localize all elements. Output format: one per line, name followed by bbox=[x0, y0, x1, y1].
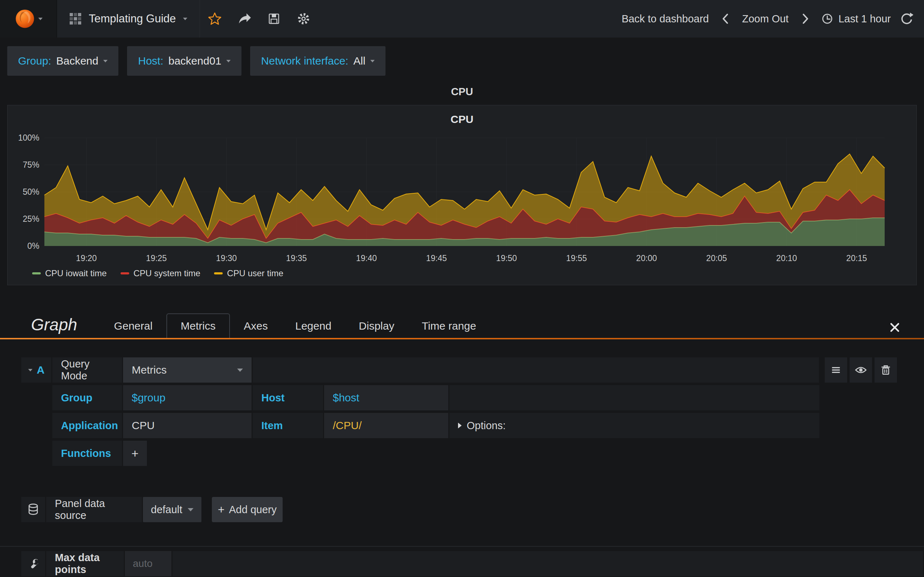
legend-item[interactable]: CPU system time bbox=[121, 268, 200, 279]
tab-metrics[interactable]: Metrics bbox=[166, 313, 230, 338]
shift-time-forward-button[interactable] bbox=[797, 8, 813, 29]
cpu-stacked-area-chart[interactable]: 0%25%50%75%100%19:2019:2519:3019:3519:40… bbox=[8, 127, 916, 268]
field-group-label: Group bbox=[52, 385, 122, 410]
star-icon bbox=[208, 11, 222, 26]
editor-close-button[interactable] bbox=[889, 322, 924, 338]
template-var-network-interface[interactable]: Network interface: All bbox=[250, 46, 386, 76]
navbar: Templating Guide Back to dashboard Zoom … bbox=[0, 0, 924, 37]
legend-label: CPU system time bbox=[134, 268, 200, 279]
time-range-picker-button[interactable]: Last 1 hour bbox=[817, 12, 894, 26]
template-var-group[interactable]: Group: Backend bbox=[7, 46, 118, 76]
functions-label: Functions bbox=[52, 441, 122, 466]
add-query-button[interactable]: + Add query bbox=[212, 497, 283, 522]
gear-icon bbox=[296, 11, 311, 26]
star-button[interactable] bbox=[200, 0, 229, 37]
chevron-left-icon bbox=[720, 13, 731, 25]
panel-data-source-label: Panel data source bbox=[46, 497, 142, 522]
query-toggle-visibility-button[interactable] bbox=[850, 357, 872, 383]
query-row-filler bbox=[449, 385, 819, 410]
y-tick-label: 75% bbox=[23, 160, 39, 169]
panel-editor-header: Graph General Metrics Axes Legend Displa… bbox=[0, 309, 924, 338]
add-query-label: Add query bbox=[229, 504, 276, 516]
template-var-label: Network interface: bbox=[261, 55, 348, 67]
save-button[interactable] bbox=[259, 0, 289, 37]
panel-title[interactable]: CPU bbox=[0, 86, 924, 98]
query-row-application-item: Application CPU Item /CPU/ Options: bbox=[52, 413, 819, 438]
field-application-label: Application bbox=[52, 413, 122, 438]
tab-legend[interactable]: Legend bbox=[281, 314, 345, 338]
query-mode-select[interactable]: Metrics bbox=[123, 357, 252, 383]
metrics-tab-content: A Query Mode Metrics bbox=[0, 339, 924, 576]
time-range-label: Last 1 hour bbox=[838, 13, 891, 25]
chevron-down-icon bbox=[183, 18, 187, 20]
x-tick-label: 19:20 bbox=[76, 253, 97, 263]
save-icon bbox=[267, 11, 281, 26]
field-item-label: Item bbox=[253, 413, 323, 438]
dashboard-title-menu[interactable]: Templating Guide bbox=[57, 0, 200, 37]
datasource-select[interactable]: default bbox=[143, 497, 201, 522]
database-icon bbox=[26, 503, 40, 516]
share-button[interactable] bbox=[229, 0, 259, 37]
y-tick-label: 100% bbox=[18, 133, 39, 142]
x-tick-label: 19:30 bbox=[216, 253, 237, 263]
y-tick-label: 25% bbox=[23, 214, 39, 224]
refresh-button[interactable] bbox=[898, 8, 914, 29]
query-menu-button[interactable] bbox=[825, 357, 847, 383]
legend-label: CPU iowait time bbox=[45, 268, 107, 279]
field-host-value[interactable]: $host bbox=[324, 385, 448, 410]
legend-item[interactable]: CPU user time bbox=[214, 268, 283, 279]
template-var-value: backend01 bbox=[168, 55, 221, 67]
dashboard-title: Templating Guide bbox=[89, 12, 176, 25]
back-to-dashboard-button[interactable]: Back to dashboard bbox=[617, 13, 714, 25]
tab-display[interactable]: Display bbox=[345, 314, 408, 338]
query-row-main: A Query Mode Metrics bbox=[21, 357, 897, 383]
datasource-icon-box bbox=[21, 497, 45, 522]
template-var-value: All bbox=[353, 55, 365, 67]
tab-general[interactable]: General bbox=[100, 314, 166, 338]
section-divider bbox=[0, 546, 924, 547]
chevron-down-icon bbox=[188, 508, 194, 511]
template-var-host[interactable]: Host: backend01 bbox=[127, 46, 241, 76]
max-data-points-input[interactable] bbox=[125, 551, 171, 576]
tab-axes[interactable]: Axes bbox=[230, 314, 281, 338]
template-var-label: Group: bbox=[18, 55, 51, 67]
template-var-label: Host: bbox=[138, 55, 163, 67]
query-row-group-host: Group $group Host $host bbox=[52, 385, 819, 410]
legend-label: CPU user time bbox=[227, 268, 283, 279]
query-row-filler bbox=[253, 357, 819, 383]
clock-icon bbox=[821, 12, 834, 26]
add-function-button[interactable]: + bbox=[123, 441, 147, 466]
chart-title: CPU bbox=[8, 113, 916, 126]
shift-time-back-button[interactable] bbox=[717, 8, 733, 29]
wrench-icon bbox=[27, 557, 40, 570]
field-application-value[interactable]: CPU bbox=[123, 413, 252, 438]
query-delete-button[interactable] bbox=[874, 357, 897, 383]
field-group-value[interactable]: $group bbox=[123, 385, 252, 410]
query-mode-value: Metrics bbox=[132, 364, 167, 376]
query-row-filler bbox=[173, 551, 923, 576]
x-tick-label: 19:55 bbox=[566, 253, 587, 263]
grafana-logo-icon bbox=[15, 8, 36, 29]
zoom-out-button[interactable]: Zoom Out bbox=[737, 13, 794, 25]
editor-panel-type: Graph bbox=[0, 315, 100, 338]
query-mode-label: Query Mode bbox=[52, 357, 122, 383]
options-toggle[interactable]: Options: bbox=[449, 413, 819, 438]
grafana-logo-menu[interactable] bbox=[0, 0, 57, 37]
settings-button[interactable] bbox=[289, 0, 318, 37]
close-icon bbox=[889, 322, 900, 333]
tab-time-range[interactable]: Time range bbox=[408, 314, 490, 338]
navbar-right-controls: Back to dashboard Zoom Out Last 1 hour bbox=[617, 8, 924, 29]
chevron-down-icon bbox=[103, 60, 108, 62]
datasource-value: default bbox=[151, 504, 182, 516]
chevron-down-icon bbox=[226, 60, 231, 62]
y-tick-label: 0% bbox=[27, 241, 39, 251]
x-tick-label: 19:35 bbox=[286, 253, 307, 263]
x-tick-label: 20:00 bbox=[636, 253, 657, 263]
query-collapse-button[interactable]: A bbox=[21, 357, 51, 383]
plus-icon: + bbox=[218, 503, 225, 516]
x-tick-label: 20:05 bbox=[706, 253, 727, 263]
dashboard-grid-icon bbox=[69, 13, 82, 25]
legend-item[interactable]: CPU iowait time bbox=[32, 268, 107, 279]
chevron-down-icon bbox=[28, 369, 32, 371]
field-item-value[interactable]: /CPU/ bbox=[324, 413, 448, 438]
